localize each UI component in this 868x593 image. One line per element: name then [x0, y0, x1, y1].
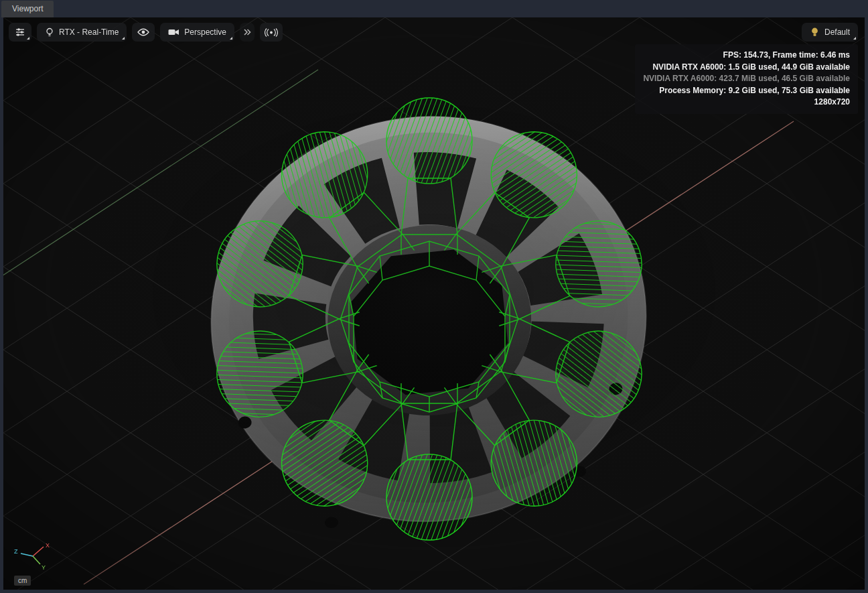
capture-button[interactable]: [260, 23, 283, 42]
viewport-toolbar-right: Default: [802, 23, 858, 42]
units-label: cm: [14, 576, 31, 586]
stat-resolution: 1280x720: [643, 96, 850, 109]
sliders-icon: [15, 27, 25, 38]
lighting-label: Default: [824, 27, 850, 37]
tab-bar: Viewport: [0, 0, 868, 17]
camera-label: Perspective: [184, 27, 226, 37]
toolbar-expand-button[interactable]: [240, 23, 255, 42]
display-options-button[interactable]: [9, 23, 31, 42]
render-mode-button[interactable]: RTX - Real-Time: [37, 23, 127, 42]
stat-fps: FPS: 154.73, Frame time: 6.46 ms: [643, 50, 850, 62]
viewport-toolbar: RTX - Real-Time Perspective: [9, 23, 283, 42]
visibility-button[interactable]: [132, 23, 155, 42]
stat-gpu1: NVIDIA RTX A6000: 423.7 MiB used, 46.5 G…: [643, 73, 850, 85]
axis-z-label: Z: [14, 548, 18, 555]
axis-x-label: X: [46, 542, 50, 549]
render-mode-label: RTX - Real-Time: [59, 27, 119, 37]
axis-gizmo[interactable]: X Y Z: [13, 539, 56, 572]
viewport-canvas[interactable]: RTX - Real-Time Perspective: [3, 17, 865, 590]
viewport-window: Viewport: [0, 0, 868, 593]
lightbulb-yellow-icon: [810, 27, 820, 38]
stat-process-memory: Process Memory: 9.2 GiB used, 75.3 GiB a…: [643, 85, 850, 97]
camera-button[interactable]: Perspective: [160, 23, 234, 42]
tab-viewport[interactable]: Viewport: [1, 1, 54, 17]
stat-gpu0: NVIDIA RTX A6000: 1.5 GiB used, 44.9 GiB…: [643, 62, 850, 74]
camera-icon: [168, 28, 179, 36]
lighting-button[interactable]: Default: [802, 23, 858, 42]
stats-overlay: FPS: 154.73, Frame time: 6.46 ms NVIDIA …: [635, 44, 858, 114]
axis-y-label: Y: [42, 564, 46, 571]
eye-icon: [137, 28, 149, 36]
lightbulb-icon: [45, 27, 54, 38]
broadcast-icon: [265, 28, 278, 37]
double-chevron-icon: [243, 28, 251, 36]
